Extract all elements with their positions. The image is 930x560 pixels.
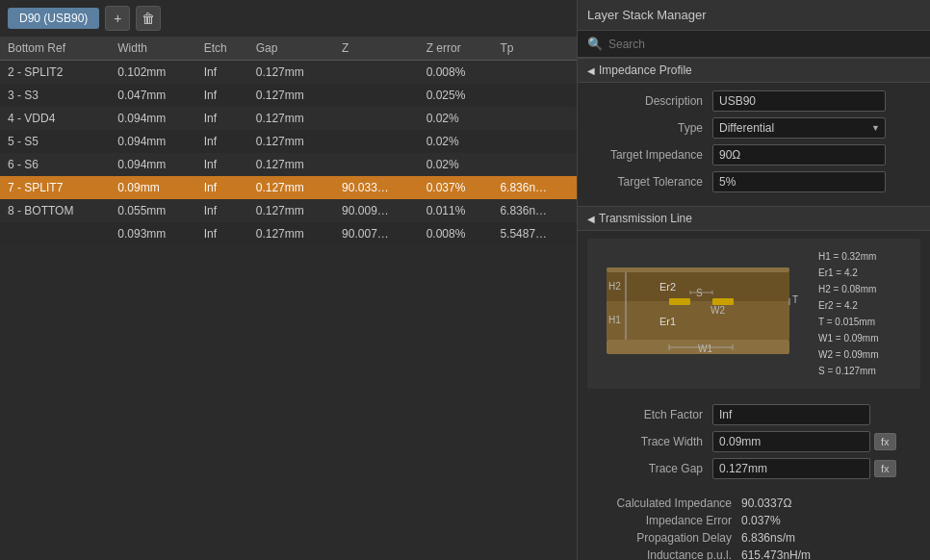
search-box: 🔍 — [578, 31, 930, 58]
description-row: Description — [587, 90, 920, 112]
table-cell: 90.009… — [334, 199, 419, 222]
table-row[interactable]: 4 - VDD40.094mmInf0.127mm0.02% — [0, 107, 577, 130]
calc-propagation-row: Propagation Delay 6.836ns/m — [587, 531, 920, 545]
table-cell — [334, 153, 419, 176]
transmission-line-label: Transmission Line — [599, 212, 692, 225]
trace-width-input-group: fx — [712, 431, 896, 452]
table-cell — [492, 153, 577, 176]
table-cell: 90.007… — [334, 222, 419, 245]
svg-text:S: S — [696, 288, 703, 298]
table-row[interactable]: 2 - SPLIT20.102mmInf0.127mm0.008% — [0, 61, 577, 85]
calc-impedance-row: Calculated Impedance 90.0337Ω — [587, 496, 920, 510]
svg-rect-7 — [712, 298, 734, 305]
description-input[interactable] — [712, 90, 886, 112]
spec-s: S = 0.127mm — [818, 363, 879, 379]
table-cell: 0.093mm — [110, 222, 195, 245]
impedance-profile-header: ◀ Impedance Profile — [578, 58, 930, 83]
calc-propagation-label: Propagation Delay — [587, 531, 741, 545]
table-container: Bottom Ref Width Etch Gap Z Z error Tp 2… — [0, 37, 577, 560]
col-gap: Gap — [248, 37, 334, 61]
table-cell — [492, 84, 577, 107]
trace-width-label: Trace Width — [587, 435, 712, 448]
delete-button[interactable]: 🗑 — [136, 6, 161, 31]
table-cell: Inf — [196, 176, 248, 199]
table-cell — [334, 107, 419, 130]
table-cell: Inf — [196, 130, 248, 153]
table-row[interactable]: 8 - BOTTOM0.055mmInf0.127mm90.009…0.011%… — [0, 199, 577, 222]
table-row[interactable]: 5 - S50.094mmInf0.127mm0.02% — [0, 130, 577, 153]
table-cell: 2 - SPLIT2 — [0, 61, 110, 85]
right-content: ◀ Impedance Profile Description Type Dif… — [578, 58, 930, 560]
table-cell: 4 - VDD4 — [0, 107, 110, 130]
calc-impedance-value: 90.0337Ω — [741, 496, 791, 510]
table-cell — [0, 222, 110, 245]
col-zerror: Z error — [419, 37, 493, 61]
profile-button[interactable]: D90 (USB90) — [8, 8, 99, 29]
svg-text:H1: H1 — [608, 315, 621, 325]
description-label: Description — [587, 94, 712, 108]
svg-rect-6 — [669, 298, 690, 305]
trace-gap-fx-button[interactable]: fx — [874, 460, 896, 477]
table-cell: 5 - S5 — [0, 130, 110, 153]
table-cell: 0.127mm — [248, 199, 334, 222]
svg-text:H2: H2 — [608, 281, 621, 292]
table-cell: 0.127mm — [248, 153, 334, 176]
trace-width-input[interactable] — [712, 431, 870, 452]
table-cell: 0.037% — [419, 176, 493, 199]
search-icon: 🔍 — [587, 37, 603, 51]
target-impedance-input[interactable] — [712, 144, 886, 165]
table-cell: 7 - SPLIT7 — [0, 176, 110, 199]
calc-propagation-value: 6.836ns/m — [741, 531, 795, 545]
calc-error-value: 0.037% — [741, 514, 781, 527]
table-cell: Inf — [196, 222, 248, 245]
col-tp: Tp — [492, 37, 577, 61]
table-cell: 0.094mm — [110, 107, 195, 130]
table-cell: 5.5487… — [492, 222, 577, 245]
table-cell: 0.008% — [419, 61, 493, 85]
collapse-icon[interactable]: ◀ — [587, 65, 595, 76]
svg-text:Er1: Er1 — [659, 316, 676, 327]
col-width: Width — [110, 37, 195, 61]
etch-factor-row: Etch Factor — [587, 404, 920, 425]
left-panel: D90 (USB90) + 🗑 Bottom Ref Width Etch Ga… — [0, 0, 578, 560]
table-cell: 6.836n… — [492, 199, 577, 222]
type-row: Type Differential Single-ended — [587, 117, 920, 139]
target-tolerance-input[interactable] — [712, 171, 886, 192]
calc-inductance-label: Inductance p.u.l. — [587, 548, 741, 560]
add-button[interactable]: + — [105, 6, 130, 31]
impedance-profile-label: Impedance Profile — [599, 64, 692, 77]
table-cell: 0.02% — [419, 130, 493, 153]
target-tolerance-label: Target Tolerance — [587, 175, 712, 189]
table-header-row: Bottom Ref Width Etch Gap Z Z error Tp — [0, 37, 577, 61]
collapse-icon-2[interactable]: ◀ — [587, 214, 595, 224]
table-cell: 0.094mm — [110, 130, 195, 153]
diagram-area: Er1 Er2 H2 H1 T S — [587, 239, 920, 389]
table-cell — [334, 84, 419, 107]
toolbar: D90 (USB90) + 🗑 — [0, 0, 577, 37]
table-cell: Inf — [196, 84, 248, 107]
spec-w1: W1 = 0.09mm — [818, 330, 879, 346]
table-cell: 0.127mm — [248, 222, 334, 245]
spec-h2: H2 = 0.08mm — [818, 281, 879, 297]
table-row[interactable]: 3 - S30.047mmInf0.127mm0.025% — [0, 84, 577, 107]
search-input[interactable] — [608, 38, 920, 51]
spec-er1: Er1 = 4.2 — [818, 265, 879, 281]
table-row[interactable]: 7 - SPLIT70.09mmInf0.127mm90.033…0.037%6… — [0, 176, 577, 199]
trace-gap-input[interactable] — [712, 458, 870, 479]
trace-width-fx-button[interactable]: fx — [874, 433, 896, 450]
impedance-table: Bottom Ref Width Etch Gap Z Z error Tp 2… — [0, 37, 577, 245]
trace-gap-row: Trace Gap fx — [587, 458, 920, 479]
target-tolerance-row: Target Tolerance — [587, 171, 920, 192]
trace-inputs-body: Etch Factor Trace Width fx Trace Gap fx — [578, 396, 930, 493]
etch-factor-label: Etch Factor — [587, 408, 712, 421]
table-cell: Inf — [196, 199, 248, 222]
type-select[interactable]: Differential Single-ended — [712, 117, 886, 139]
table-cell: 6.836n… — [492, 176, 577, 199]
table-row[interactable]: 0.093mmInf0.127mm90.007…0.008%5.5487… — [0, 222, 577, 245]
type-label: Type — [587, 121, 712, 135]
svg-text:Er2: Er2 — [659, 281, 676, 293]
calc-error-label: Impedance Error — [587, 514, 741, 527]
table-row[interactable]: 6 - S60.094mmInf0.127mm0.02% — [0, 153, 577, 176]
etch-factor-input[interactable] — [712, 404, 870, 425]
calc-inductance-value: 615.473nH/m — [741, 548, 811, 560]
